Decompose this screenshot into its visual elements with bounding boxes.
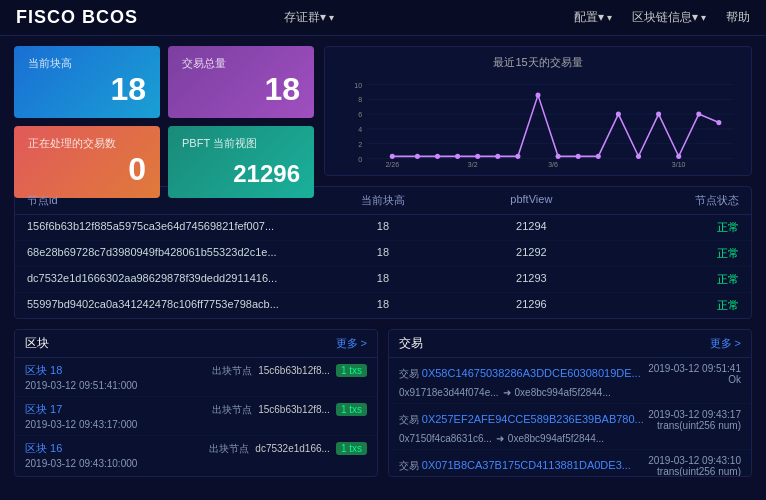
tx-more-link[interactable]: 更多 > [710, 336, 741, 351]
blocks-more-link[interactable]: 更多 > [336, 336, 367, 351]
tx-item: 交易 0X071B8CA37B175CD4113881DA0DE3... 201… [389, 450, 751, 477]
tx-panel-header: 交易 更多 > [389, 330, 751, 358]
stats-cards: 当前块高 18 交易总量 18 正在处理的交易数 0 PBFT 当前视图 212… [14, 46, 314, 176]
tx-panel: 交易 更多 > 交易 0X58C14675038286A3DDCE6030801… [388, 329, 752, 477]
stats-row: 当前块高 18 交易总量 18 正在处理的交易数 0 PBFT 当前视图 212… [14, 46, 752, 176]
nav-config[interactable]: 配置▾ [574, 9, 612, 26]
chart-container: 最近15天的交易量 10 8 6 4 2 0 2/26 3/2 3/6 [324, 46, 752, 176]
svg-point-29 [656, 111, 661, 116]
svg-text:6: 6 [358, 110, 362, 119]
svg-point-16 [390, 154, 395, 159]
svg-text:8: 8 [358, 95, 362, 104]
svg-point-22 [515, 154, 520, 159]
table-row: 156f6b63b12f885a5975ca3e64d74569821fef00… [15, 215, 751, 241]
arrow-icon: ➜ [503, 387, 511, 398]
svg-text:4: 4 [358, 125, 362, 134]
block-link-17[interactable]: 区块 17 [25, 402, 62, 417]
bottom-row: 区块 更多 > 区块 18 出块节点 15c6b63b12f8... 1 txs… [14, 329, 752, 477]
stat-block-height: 当前块高 18 [14, 46, 160, 118]
svg-point-26 [596, 154, 601, 159]
svg-point-30 [676, 154, 681, 159]
svg-point-20 [475, 154, 480, 159]
col-status: 节点状态 [620, 193, 739, 208]
svg-text:2/26: 2/26 [385, 160, 399, 169]
svg-text:3/6: 3/6 [548, 160, 558, 169]
stat-pbft-view: PBFT 当前视图 21296 [168, 126, 314, 198]
block-link-16[interactable]: 区块 16 [25, 441, 62, 456]
nav-items: 存证群▾ 配置▾ 区块链信息▾ 帮助 [284, 9, 750, 26]
svg-point-17 [415, 154, 420, 159]
svg-text:2: 2 [358, 140, 362, 149]
svg-text:3/2: 3/2 [468, 160, 478, 169]
blocks-panel: 区块 更多 > 区块 18 出块节点 15c6b63b12f8... 1 txs… [14, 329, 378, 477]
svg-point-23 [535, 92, 540, 97]
tx-item: 交易 0X58C14675038286A3DDCE60308019DE... 2… [389, 358, 751, 404]
svg-point-28 [636, 154, 641, 159]
main-content: 当前块高 18 交易总量 18 正在处理的交易数 0 PBFT 当前视图 212… [0, 36, 766, 500]
nav-blockchain-info[interactable]: 区块链信息▾ [632, 9, 706, 26]
col-pbft-view: pbftView [442, 193, 620, 208]
svg-point-25 [576, 154, 581, 159]
table-row: 68e28b69728c7d3980949fb428061b55323d2c1e… [15, 241, 751, 267]
svg-text:0: 0 [358, 154, 362, 163]
header: FISCO BCOS 存证群▾ 配置▾ 区块链信息▾ 帮助 [0, 0, 766, 36]
svg-point-32 [716, 120, 721, 125]
svg-point-27 [616, 111, 621, 116]
tx-chart: 10 8 6 4 2 0 2/26 3/2 3/6 3/10 [337, 74, 739, 169]
svg-point-21 [495, 154, 500, 159]
svg-point-31 [696, 111, 701, 116]
col-node-id: 节点id [27, 193, 324, 208]
stat-pending-tx: 正在处理的交易数 0 [14, 126, 160, 198]
svg-text:3/10: 3/10 [672, 160, 686, 169]
table-row: 55997bd9402ca0a341242478c106ff7753e798ac… [15, 293, 751, 318]
nav-help[interactable]: 帮助 [726, 9, 750, 26]
blocks-panel-header: 区块 更多 > [15, 330, 377, 358]
block-item: 区块 18 出块节点 15c6b63b12f8... 1 txs 2019-03… [15, 358, 377, 397]
node-table: 节点id 当前块高 pbftView 节点状态 156f6b63b12f885a… [14, 186, 752, 319]
svg-point-24 [556, 154, 561, 159]
block-item: 区块 17 出块节点 15c6b63b12f8... 1 txs 2019-03… [15, 397, 377, 436]
nav-storage[interactable]: 存证群▾ [284, 9, 334, 26]
block-link-18[interactable]: 区块 18 [25, 363, 62, 378]
svg-point-18 [435, 154, 440, 159]
svg-point-19 [455, 154, 460, 159]
tx-item: 交易 0X257EF2AFE94CCE589B236E39BAB780... 2… [389, 404, 751, 450]
arrow-icon: ➜ [496, 433, 504, 444]
svg-text:10: 10 [354, 81, 362, 90]
col-height: 当前块高 [324, 193, 443, 208]
stat-tx-total: 交易总量 18 [168, 46, 314, 118]
block-item: 区块 16 出块节点 dc7532e1d166... 1 txs 2019-03… [15, 436, 377, 474]
logo: FISCO BCOS [16, 7, 138, 28]
table-row: dc7532e1d1666302aa98629878f39dedd2911416… [15, 267, 751, 293]
